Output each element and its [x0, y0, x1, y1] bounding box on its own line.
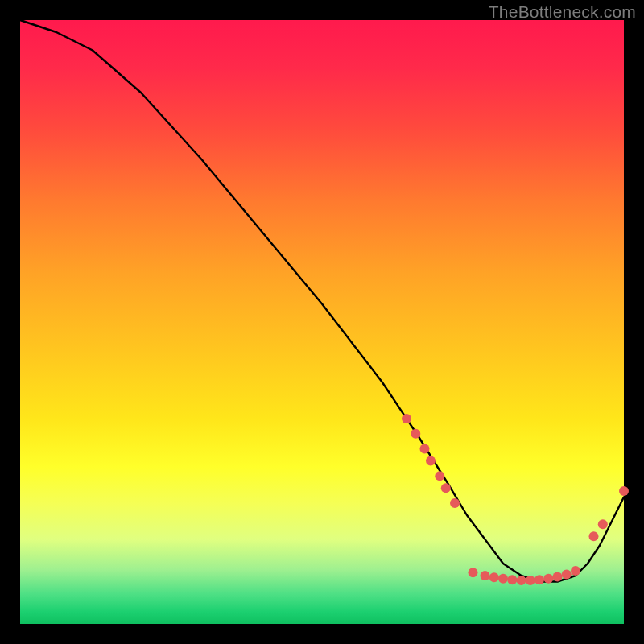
data-marker — [402, 414, 411, 423]
data-marker — [553, 572, 563, 582]
data-marker — [420, 444, 430, 454]
curve-svg — [20, 20, 624, 624]
highlighted-points-group — [402, 414, 629, 585]
data-marker — [426, 456, 436, 466]
data-marker — [589, 531, 599, 541]
data-marker — [562, 570, 572, 580]
data-marker — [571, 566, 580, 576]
watermark-text: TheBottleneck.com — [489, 2, 636, 22]
data-marker — [526, 576, 535, 585]
data-marker — [598, 519, 608, 529]
data-marker — [469, 568, 478, 577]
data-marker — [498, 574, 508, 584]
data-marker — [481, 571, 490, 580]
plot-area — [20, 20, 624, 624]
data-marker — [517, 576, 526, 585]
data-marker — [489, 572, 499, 582]
data-marker — [535, 575, 544, 584]
data-marker — [411, 429, 420, 439]
data-marker — [435, 471, 444, 481]
chart-frame: TheBottleneck.com — [0, 0, 644, 644]
data-marker — [507, 575, 517, 584]
data-marker — [450, 498, 460, 508]
data-marker — [441, 483, 451, 493]
data-marker — [543, 574, 553, 584]
bottleneck-curve-path — [20, 20, 624, 582]
data-marker — [619, 486, 629, 496]
